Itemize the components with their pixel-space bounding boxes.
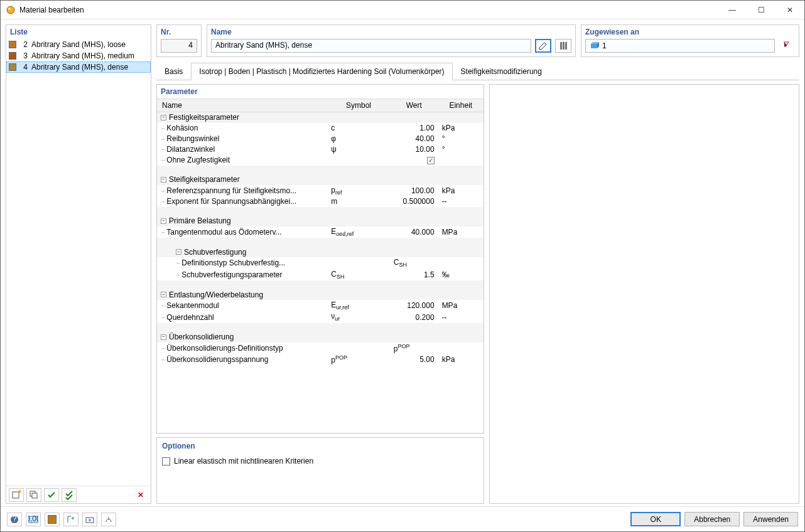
group-row[interactable]: −Festigkeitsparameter bbox=[157, 112, 484, 123]
library-button[interactable] bbox=[555, 39, 571, 53]
list-item[interactable]: 3 Abritrary Sand (MHS), medium bbox=[6, 50, 151, 61]
preview-panel bbox=[489, 84, 799, 504]
check-button-1[interactable] bbox=[44, 488, 59, 502]
assigned-value: 1 bbox=[602, 41, 607, 50]
item-name: Abritrary Sand (MHS), medium bbox=[31, 51, 134, 60]
item-name: Abritrary Sand (MHS), loose bbox=[31, 40, 126, 49]
tool-button-2[interactable] bbox=[82, 513, 97, 526]
material-list-panel: Liste 2 Abritrary Sand (MHS), loose 3 Ab… bbox=[6, 24, 151, 504]
number-group: Nr. 4 bbox=[156, 24, 202, 57]
material-list[interactable]: 2 Abritrary Sand (MHS), loose 3 Abritrar… bbox=[6, 39, 151, 486]
footer-bar: ? 0,00 OK Abbrechen Anwenden bbox=[1, 506, 804, 531]
color-swatch bbox=[9, 52, 16, 60]
tab-stiffness-mod[interactable]: Steifigkeitsmodifizierung bbox=[453, 63, 550, 80]
list-toolbar: ✕ bbox=[6, 486, 151, 503]
apply-button[interactable]: Anwenden bbox=[743, 512, 798, 526]
param-row[interactable]: ····Überkonsolidierungs-DefinitionstyppP… bbox=[157, 343, 484, 354]
delete-item-button[interactable]: ✕ bbox=[133, 488, 148, 502]
parameter-grid[interactable]: Name Symbol Wert Einheit −Festigkeitspar… bbox=[157, 98, 484, 433]
param-row[interactable]: ····SekantenmodulEur,ref120.000MPa bbox=[157, 300, 484, 311]
collapse-icon[interactable]: − bbox=[161, 334, 166, 340]
app-icon bbox=[6, 5, 16, 15]
titlebar: Material bearbeiten — ☐ ✕ bbox=[1, 1, 804, 19]
item-name: Abritrary Sand (MHS), dense bbox=[31, 63, 128, 72]
param-row[interactable]: ····Referenzspannung für Steifigkeitsmo.… bbox=[157, 185, 484, 196]
svg-point-1 bbox=[9, 8, 11, 9]
dialog-window: Material bearbeiten — ☐ ✕ Liste 2 Abritr… bbox=[0, 0, 805, 532]
list-item-selected[interactable]: 4 Abritrary Sand (MHS), dense bbox=[6, 61, 151, 73]
param-row[interactable]: ····Tangentenmodul aus Ödometerv...Eoed,… bbox=[157, 226, 484, 238]
col-value: Wert bbox=[390, 99, 438, 112]
name-group: Name Abritrary Sand (MHS), dense bbox=[207, 24, 576, 57]
item-number: 3 bbox=[20, 51, 28, 60]
param-row[interactable]: ····Kohäsionc1.00kPa bbox=[157, 123, 484, 134]
group-row[interactable]: −Steifigkeitsparameter bbox=[157, 174, 484, 185]
col-name: Name bbox=[157, 99, 327, 112]
copy-item-button[interactable] bbox=[26, 488, 41, 502]
tab-model[interactable]: Isotrop | Boden | Plastisch | Modifizier… bbox=[191, 63, 452, 80]
assigned-field[interactable]: 1 bbox=[585, 39, 775, 53]
list-item[interactable]: 2 Abritrary Sand (MHS), loose bbox=[6, 39, 151, 50]
param-row[interactable]: ····SchubverfestigungsparameterCSH1.5‰ bbox=[157, 269, 484, 280]
new-item-button[interactable] bbox=[9, 488, 24, 502]
check-button-2[interactable] bbox=[62, 488, 77, 502]
edit-name-button[interactable] bbox=[535, 39, 551, 53]
svg-point-0 bbox=[7, 6, 14, 14]
param-row[interactable]: ····Ohne Zugfestigkeit bbox=[157, 155, 484, 166]
param-row[interactable]: ····Querdehnzahlνur0.200-- bbox=[157, 311, 484, 322]
svg-rect-6 bbox=[591, 44, 597, 48]
help-button[interactable]: ? bbox=[7, 513, 22, 526]
close-button[interactable]: ✕ bbox=[775, 1, 804, 19]
tool-button-3[interactable] bbox=[101, 513, 116, 526]
svg-text:0,00: 0,00 bbox=[28, 514, 38, 523]
collapse-icon[interactable]: − bbox=[161, 292, 166, 297]
collapse-icon[interactable]: − bbox=[161, 177, 166, 183]
svg-point-13 bbox=[72, 517, 74, 519]
nr-field[interactable]: 4 bbox=[161, 39, 197, 53]
svg-point-3 bbox=[19, 491, 21, 492]
param-row[interactable]: ····Definitionstyp Schubverfestig...CSH bbox=[157, 257, 484, 269]
group-row[interactable]: −Schubverfestigung bbox=[157, 247, 484, 257]
tab-basis[interactable]: Basis bbox=[156, 63, 191, 80]
minimize-button[interactable]: — bbox=[718, 1, 747, 19]
color-button[interactable] bbox=[45, 513, 60, 526]
param-row[interactable]: ····Exponent für Spannungsabhängigkei...… bbox=[157, 196, 484, 207]
color-swatch-icon bbox=[48, 515, 57, 524]
linear-elastic-label: Linear elastisch mit nichtlinearen Krite… bbox=[174, 457, 313, 466]
group-row[interactable]: −Entlastung/Wiederbelastung bbox=[157, 289, 484, 300]
options-title: Optionen bbox=[162, 442, 478, 450]
svg-text:?: ? bbox=[13, 514, 17, 523]
pick-assigned-button[interactable] bbox=[779, 39, 795, 53]
color-swatch bbox=[9, 41, 16, 48]
col-unit: Einheit bbox=[438, 99, 484, 112]
tool-button-1[interactable] bbox=[63, 513, 78, 526]
svg-rect-2 bbox=[13, 492, 19, 498]
group-row[interactable]: −Primäre Belastung bbox=[157, 216, 484, 226]
assigned-group: Zugewiesen an 1 bbox=[581, 24, 799, 57]
group-label: Festigkeitsparameter bbox=[169, 113, 239, 122]
col-symbol: Symbol bbox=[327, 99, 389, 112]
name-label: Name bbox=[211, 28, 571, 36]
parameter-panel: Parameter Name Symbol Wert Einheit bbox=[156, 84, 484, 434]
color-swatch bbox=[9, 63, 16, 71]
ok-button[interactable]: OK bbox=[630, 512, 681, 526]
collapse-icon[interactable]: − bbox=[161, 218, 166, 224]
units-button[interactable]: 0,00 bbox=[26, 513, 41, 526]
assigned-label: Zugewiesen an bbox=[585, 28, 795, 36]
item-number: 2 bbox=[20, 40, 28, 49]
group-row[interactable]: −Überkonsolidierung bbox=[157, 332, 484, 343]
linear-elastic-checkbox[interactable] bbox=[162, 457, 170, 466]
list-title: Liste bbox=[6, 25, 151, 39]
checkbox-checked-icon[interactable] bbox=[427, 157, 435, 164]
options-panel: Optionen Linear elastisch mit nichtlinea… bbox=[156, 437, 484, 504]
cancel-button[interactable]: Abbrechen bbox=[684, 512, 740, 526]
name-field[interactable]: Abritrary Sand (MHS), dense bbox=[211, 39, 531, 53]
param-row[interactable]: ····Dilatanzwinkelψ10.00° bbox=[157, 144, 484, 155]
maximize-button[interactable]: ☐ bbox=[747, 1, 775, 19]
solid-icon bbox=[590, 41, 600, 51]
collapse-icon[interactable]: − bbox=[161, 115, 166, 120]
collapse-icon[interactable]: − bbox=[176, 249, 181, 255]
param-row[interactable]: ····ÜberkonsolidierungsspannungpPOP5.00k… bbox=[157, 354, 484, 365]
main-panel: Nr. 4 Name Abritrary Sand (MHS), dense Z… bbox=[156, 24, 799, 504]
param-row[interactable]: ····Reibungswinkelφ40.00° bbox=[157, 134, 484, 144]
